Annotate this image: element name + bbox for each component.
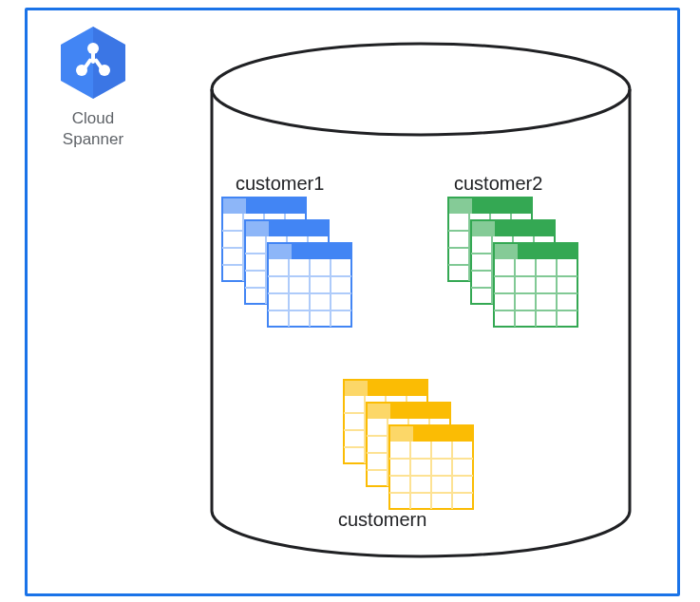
customer2-tables xyxy=(446,196,608,329)
svg-rect-49 xyxy=(472,221,495,236)
customer2-label: customer2 xyxy=(454,173,542,195)
svg-rect-22 xyxy=(246,221,269,236)
svg-rect-58 xyxy=(495,244,518,259)
customern-label: customern xyxy=(338,509,426,531)
customer1-tables xyxy=(220,196,382,329)
svg-rect-67 xyxy=(345,381,368,396)
svg-rect-85 xyxy=(390,426,413,442)
customer1-label: customer1 xyxy=(236,173,324,195)
table-icon xyxy=(388,423,475,511)
cloud-spanner-product: Cloud Spanner xyxy=(47,25,139,150)
table-icon xyxy=(492,241,579,329)
svg-rect-76 xyxy=(368,404,390,419)
cloud-spanner-icon xyxy=(55,25,131,101)
svg-point-8 xyxy=(212,44,630,135)
svg-rect-13 xyxy=(223,198,246,214)
customern-tables xyxy=(342,378,503,511)
svg-rect-40 xyxy=(449,198,472,214)
table-icon xyxy=(266,241,353,329)
svg-rect-5 xyxy=(91,50,95,64)
svg-rect-31 xyxy=(269,244,292,259)
cloud-spanner-label: Cloud Spanner xyxy=(47,108,139,150)
